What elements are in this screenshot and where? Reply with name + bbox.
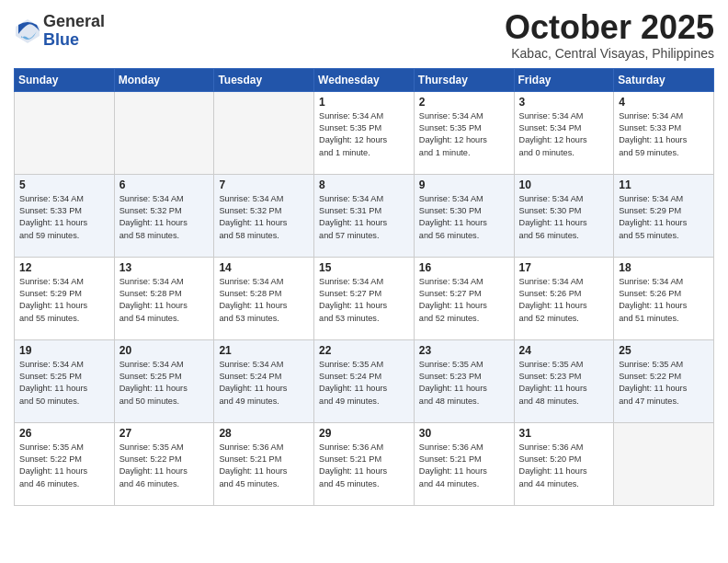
calendar-header-thursday: Thursday <box>414 68 514 91</box>
day-number: 26 <box>19 427 109 440</box>
day-number: 13 <box>119 261 210 274</box>
calendar: SundayMondayTuesdayWednesdayThursdayFrid… <box>14 68 714 506</box>
day-number: 31 <box>519 427 609 440</box>
calendar-cell: 9Sunrise: 5:34 AM Sunset: 5:30 PM Daylig… <box>414 174 514 257</box>
calendar-cell <box>214 91 314 174</box>
calendar-cell: 24Sunrise: 5:35 AM Sunset: 5:23 PM Dayli… <box>514 339 614 422</box>
day-info: Sunrise: 5:35 AM Sunset: 5:23 PM Dayligh… <box>419 359 509 408</box>
calendar-cell: 11Sunrise: 5:34 AM Sunset: 5:29 PM Dayli… <box>614 174 714 257</box>
calendar-header-friday: Friday <box>514 68 614 91</box>
calendar-cell: 30Sunrise: 5:36 AM Sunset: 5:21 PM Dayli… <box>414 422 514 505</box>
page-container: General Blue October 2025 Kabac, Central… <box>0 0 728 515</box>
day-info: Sunrise: 5:34 AM Sunset: 5:25 PM Dayligh… <box>19 359 109 408</box>
day-info: Sunrise: 5:34 AM Sunset: 5:28 PM Dayligh… <box>119 276 210 325</box>
calendar-week-row: 5Sunrise: 5:34 AM Sunset: 5:33 PM Daylig… <box>15 174 714 257</box>
day-number: 15 <box>319 261 409 274</box>
day-info: Sunrise: 5:34 AM Sunset: 5:27 PM Dayligh… <box>319 276 409 325</box>
month-title: October 2025 <box>505 9 714 46</box>
calendar-cell: 18Sunrise: 5:34 AM Sunset: 5:26 PM Dayli… <box>614 257 714 339</box>
calendar-cell: 22Sunrise: 5:35 AM Sunset: 5:24 PM Dayli… <box>314 339 415 422</box>
calendar-cell <box>114 91 214 174</box>
calendar-week-row: 26Sunrise: 5:35 AM Sunset: 5:22 PM Dayli… <box>15 422 714 505</box>
day-info: Sunrise: 5:34 AM Sunset: 5:32 PM Dayligh… <box>219 193 309 242</box>
day-info: Sunrise: 5:34 AM Sunset: 5:29 PM Dayligh… <box>19 276 109 325</box>
calendar-cell: 5Sunrise: 5:34 AM Sunset: 5:33 PM Daylig… <box>15 174 115 257</box>
day-info: Sunrise: 5:34 AM Sunset: 5:25 PM Dayligh… <box>119 359 210 408</box>
calendar-cell: 21Sunrise: 5:34 AM Sunset: 5:24 PM Dayli… <box>214 339 314 422</box>
day-number: 12 <box>19 261 109 274</box>
calendar-header-wednesday: Wednesday <box>314 68 415 91</box>
logo-general: General <box>43 13 105 31</box>
calendar-cell: 10Sunrise: 5:34 AM Sunset: 5:30 PM Dayli… <box>514 174 614 257</box>
day-info: Sunrise: 5:34 AM Sunset: 5:28 PM Dayligh… <box>219 276 309 325</box>
calendar-cell: 12Sunrise: 5:34 AM Sunset: 5:29 PM Dayli… <box>15 257 115 339</box>
calendar-header-monday: Monday <box>114 68 214 91</box>
calendar-header-tuesday: Tuesday <box>214 68 314 91</box>
calendar-cell: 14Sunrise: 5:34 AM Sunset: 5:28 PM Dayli… <box>214 257 314 339</box>
subtitle: Kabac, Central Visayas, Philippines <box>505 46 714 61</box>
calendar-cell: 7Sunrise: 5:34 AM Sunset: 5:32 PM Daylig… <box>214 174 314 257</box>
day-info: Sunrise: 5:34 AM Sunset: 5:30 PM Dayligh… <box>519 193 609 242</box>
day-info: Sunrise: 5:34 AM Sunset: 5:33 PM Dayligh… <box>19 193 109 242</box>
calendar-cell: 19Sunrise: 5:34 AM Sunset: 5:25 PM Dayli… <box>15 339 115 422</box>
day-number: 29 <box>319 427 409 440</box>
logo-icon <box>14 17 41 45</box>
day-info: Sunrise: 5:34 AM Sunset: 5:29 PM Dayligh… <box>619 193 709 242</box>
calendar-cell: 28Sunrise: 5:36 AM Sunset: 5:21 PM Dayli… <box>214 422 314 505</box>
day-number: 28 <box>219 427 309 440</box>
day-number: 17 <box>519 261 609 274</box>
day-info: Sunrise: 5:34 AM Sunset: 5:30 PM Dayligh… <box>419 193 509 242</box>
day-info: Sunrise: 5:35 AM Sunset: 5:22 PM Dayligh… <box>19 442 109 490</box>
day-number: 8 <box>319 178 409 191</box>
day-info: Sunrise: 5:36 AM Sunset: 5:21 PM Dayligh… <box>219 442 309 490</box>
day-number: 11 <box>619 178 709 191</box>
day-number: 4 <box>619 96 709 109</box>
calendar-cell: 3Sunrise: 5:34 AM Sunset: 5:34 PM Daylig… <box>514 91 614 174</box>
calendar-cell: 1Sunrise: 5:34 AM Sunset: 5:35 PM Daylig… <box>314 91 415 174</box>
day-number: 24 <box>519 344 609 357</box>
day-info: Sunrise: 5:34 AM Sunset: 5:24 PM Dayligh… <box>219 359 309 408</box>
day-number: 20 <box>119 344 210 357</box>
calendar-week-row: 19Sunrise: 5:34 AM Sunset: 5:25 PM Dayli… <box>15 339 714 422</box>
calendar-cell: 2Sunrise: 5:34 AM Sunset: 5:35 PM Daylig… <box>414 91 514 174</box>
day-number: 25 <box>619 344 709 357</box>
calendar-cell: 31Sunrise: 5:36 AM Sunset: 5:20 PM Dayli… <box>514 422 614 505</box>
calendar-cell: 4Sunrise: 5:34 AM Sunset: 5:33 PM Daylig… <box>614 91 714 174</box>
day-number: 21 <box>219 344 309 357</box>
calendar-cell: 13Sunrise: 5:34 AM Sunset: 5:28 PM Dayli… <box>114 257 214 339</box>
day-info: Sunrise: 5:36 AM Sunset: 5:20 PM Dayligh… <box>519 442 609 490</box>
day-number: 14 <box>219 261 309 274</box>
day-info: Sunrise: 5:34 AM Sunset: 5:32 PM Dayligh… <box>119 193 210 242</box>
calendar-cell: 6Sunrise: 5:34 AM Sunset: 5:32 PM Daylig… <box>114 174 214 257</box>
logo-text: General Blue <box>43 13 105 50</box>
calendar-cell: 26Sunrise: 5:35 AM Sunset: 5:22 PM Dayli… <box>15 422 115 505</box>
day-number: 23 <box>419 344 509 357</box>
calendar-cell: 27Sunrise: 5:35 AM Sunset: 5:22 PM Dayli… <box>114 422 214 505</box>
day-info: Sunrise: 5:36 AM Sunset: 5:21 PM Dayligh… <box>319 442 409 490</box>
day-number: 16 <box>419 261 509 274</box>
day-info: Sunrise: 5:35 AM Sunset: 5:24 PM Dayligh… <box>319 359 409 408</box>
header: General Blue October 2025 Kabac, Central… <box>14 9 714 61</box>
day-number: 18 <box>619 261 709 274</box>
day-info: Sunrise: 5:34 AM Sunset: 5:35 PM Dayligh… <box>419 110 509 159</box>
day-number: 10 <box>519 178 609 191</box>
day-number: 7 <box>219 178 309 191</box>
calendar-cell: 23Sunrise: 5:35 AM Sunset: 5:23 PM Dayli… <box>414 339 514 422</box>
day-info: Sunrise: 5:34 AM Sunset: 5:26 PM Dayligh… <box>619 276 709 325</box>
calendar-cell <box>614 422 714 505</box>
day-number: 1 <box>319 96 409 109</box>
day-number: 2 <box>419 96 509 109</box>
day-info: Sunrise: 5:34 AM Sunset: 5:31 PM Dayligh… <box>319 193 409 242</box>
day-number: 9 <box>419 178 509 191</box>
day-info: Sunrise: 5:35 AM Sunset: 5:22 PM Dayligh… <box>119 442 210 490</box>
day-number: 22 <box>319 344 409 357</box>
day-info: Sunrise: 5:34 AM Sunset: 5:27 PM Dayligh… <box>419 276 509 325</box>
calendar-header-sunday: Sunday <box>15 68 115 91</box>
day-number: 27 <box>119 427 210 440</box>
calendar-cell: 20Sunrise: 5:34 AM Sunset: 5:25 PM Dayli… <box>114 339 214 422</box>
day-info: Sunrise: 5:34 AM Sunset: 5:34 PM Dayligh… <box>519 110 609 159</box>
calendar-cell: 8Sunrise: 5:34 AM Sunset: 5:31 PM Daylig… <box>314 174 415 257</box>
title-block: October 2025 Kabac, Central Visayas, Phi… <box>505 9 714 61</box>
logo: General Blue <box>14 13 105 50</box>
day-info: Sunrise: 5:34 AM Sunset: 5:35 PM Dayligh… <box>319 110 409 159</box>
